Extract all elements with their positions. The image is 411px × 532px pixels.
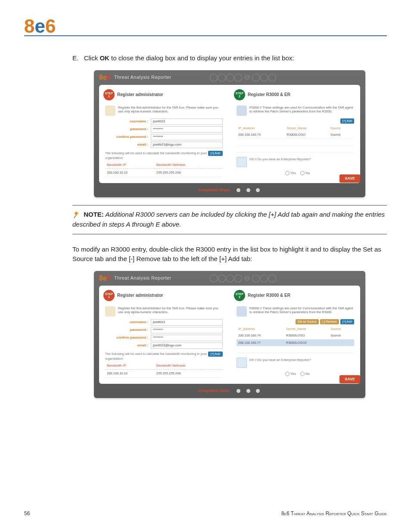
page-number: 56 <box>24 510 30 516</box>
svg-point-1 <box>75 213 77 215</box>
page-footer: 56 8e6 Threat Analysis Reporter Quick St… <box>24 510 387 516</box>
footer-title: 8e6 Threat Analysis Reporter Quick Start… <box>281 510 387 516</box>
completed-steps: Completed Steps 1 2 3 <box>94 388 365 394</box>
r3000-list-table: IP_AddressServer_NameSource 200.100.160.… <box>237 326 354 353</box>
email-field[interactable]: jsmith23@logo.com <box>151 142 223 148</box>
bw-add-tab[interactable]: [+] Add <box>208 352 223 357</box>
modify-paragraph: To modify an R3000 entry, double-click t… <box>72 245 387 264</box>
confirm-password-field[interactable]: ******** <box>151 134 223 140</box>
password-field[interactable]: ******** <box>151 327 223 333</box>
er-icon <box>237 358 247 368</box>
er-icon <box>237 157 247 167</box>
no-radio[interactable] <box>300 171 305 175</box>
save-button[interactable]: SAVE <box>339 174 360 183</box>
yes-radio[interactable] <box>285 171 290 175</box>
instruction-letter: E. <box>72 54 78 62</box>
step-1-title: Register administrator <box>117 91 163 98</box>
table-row[interactable]: 200.100.10.10255.255.255.248 <box>105 370 223 377</box>
table-row[interactable]: 200.100.160.74R3000LOGOSource <box>237 131 354 138</box>
user-icon <box>105 306 115 317</box>
globe-icon: ◯◯◯◯ ⊖ ◯◯◯ <box>209 272 276 284</box>
step-1-title: Register administrator <box>117 292 163 299</box>
fig-brand-bar: 8e6 Threat Analysis Reporter ◯◯◯◯ ⊖ ◯◯◯ <box>94 70 365 85</box>
completed-steps: Completed Steps 1 2 3 <box>94 187 365 193</box>
step-1-badge: STEP1 <box>103 89 115 100</box>
r3000-list-table: IP_AddressServer_NameSource 200.100.160.… <box>237 125 354 152</box>
globe-icon: ◯◯◯◯ ⊖ ◯◯◯ <box>209 72 276 83</box>
password-field[interactable]: ******** <box>151 126 223 133</box>
save-button[interactable]: SAVE <box>339 375 360 384</box>
yes-radio[interactable] <box>285 372 290 376</box>
fig-brand-bar: 8e6 Threat Analysis Reporter ◯◯◯◯ ⊖ ◯◯◯ <box>94 271 365 286</box>
brand-logo: 8e6 <box>24 16 387 37</box>
server-icon <box>237 106 247 116</box>
server-icon <box>237 306 247 317</box>
no-radio[interactable] <box>300 372 305 376</box>
table-row[interactable]: 200.100.160.74R3000LOGOSource <box>237 332 354 339</box>
email-field[interactable]: jsmith23@logo.com <box>151 342 223 349</box>
r3000-add-tab[interactable]: [+] Add <box>340 319 354 325</box>
step-2-badge: STEP2 <box>234 89 245 100</box>
step-2-title: Register R3000 & ER <box>248 292 290 299</box>
table-row[interactable]: 200.100.160.77R3000LOGO2 <box>237 339 354 346</box>
table-row[interactable]: 200.100.10.10255.255.255.248 <box>105 169 223 177</box>
user-icon <box>105 106 115 116</box>
r3000-add-tab[interactable]: [+] Add <box>340 118 354 124</box>
instruction-e: E. Click OK to close the dialog box and … <box>72 53 387 63</box>
remove-tab[interactable]: [-] Remove <box>320 319 339 325</box>
set-as-source-tab[interactable]: Set as Source <box>296 319 319 325</box>
step-2-title: Register R3000 & ER <box>248 91 290 98</box>
username-field[interactable]: jsmith23 <box>151 319 223 326</box>
step-1-badge: STEP1 <box>103 290 115 301</box>
pushpin-icon <box>72 211 84 218</box>
bw-add-tab[interactable]: [+] Add <box>208 151 223 156</box>
screenshot-figure-2: 8e6 Threat Analysis Reporter ◯◯◯◯ ⊖ ◯◯◯ … <box>94 271 365 398</box>
confirm-password-field[interactable]: ******** <box>151 335 223 341</box>
username-field[interactable]: jsmith23 <box>151 118 223 125</box>
step-2-badge: STEP2 <box>234 290 245 301</box>
bandwidth-table: Bandwidth IP:Bandwidth Netmask: 200.100.… <box>105 161 223 177</box>
bandwidth-table: Bandwidth IP:Bandwidth Netmask: 200.100.… <box>105 362 223 378</box>
screenshot-figure-1: 8e6 Threat Analysis Reporter ◯◯◯◯ ⊖ ◯◯◯ … <box>94 70 365 198</box>
note-box: NOTE: Additional R3000 servers can be in… <box>72 205 387 234</box>
